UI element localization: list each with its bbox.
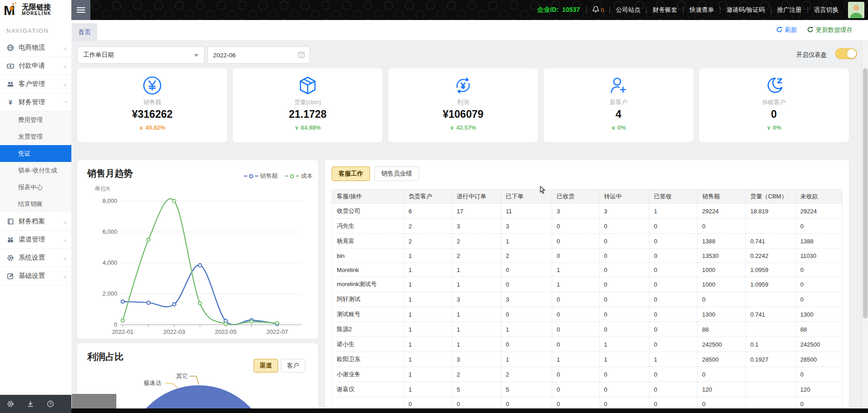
- sidebar-subitem-3-1[interactable]: 发票管理: [0, 128, 71, 145]
- footer-download-icon[interactable]: [26, 400, 35, 408]
- sidebar-item-label: 系统设置: [19, 253, 45, 262]
- profit-cycle-icon: [453, 75, 474, 97]
- enterprise-id: 企业ID: 10537: [538, 6, 580, 14]
- update-cache-button[interactable]: 更新数据缓存: [807, 26, 853, 34]
- sidebar-item-label: 财务档案: [19, 217, 45, 226]
- table-row-7: 测试账号11000013000.7411300: [332, 307, 843, 322]
- stat-title: 货量(cbm): [294, 98, 321, 106]
- footer-help-icon[interactable]: ?: [46, 400, 55, 408]
- col-header-1: 负责客户: [404, 190, 452, 204]
- stat-card-4: 休眠客户0∨0%: [699, 68, 849, 142]
- users-icon: [6, 80, 14, 88]
- sidebar: NAVIGATION 电商物流‹付款申请‹客户管理‹¥财务管理‹费用管理发票管理…: [0, 20, 71, 395]
- svg-text:2022-01: 2022-01: [112, 328, 134, 335]
- month-picker-input[interactable]: 2022-06 15: [207, 46, 310, 64]
- sidebar-footer: ?: [0, 395, 71, 413]
- top-menu-item-3[interactable]: 邀请码/验证码: [720, 6, 771, 14]
- table-row-5: morelink测试号11010010001.09590: [332, 277, 843, 292]
- svg-text:?: ?: [49, 402, 52, 406]
- stat-change: ∨0%: [767, 124, 782, 131]
- sidebar-collapse-button[interactable]: [71, 0, 90, 20]
- sidebar-item-5[interactable]: 渠道管理‹: [0, 231, 71, 249]
- scrollbar-thumb[interactable]: [863, 68, 868, 318]
- dashboard-toggle[interactable]: [835, 48, 857, 59]
- table-row-2: 杨竟富22100013880.7411388: [332, 234, 843, 249]
- customer-service-table: 客服/操作负责客户进行中订单已下单已收货转运中已签收销售额货量（CBM）未收款 …: [332, 189, 843, 411]
- vertical-scrollbar: [862, 41, 868, 413]
- sidebar-submenu: 费用管理发票管理凭证锁单-收付生成报表中心结算销账: [0, 111, 71, 212]
- binoculars-icon: [6, 236, 14, 243]
- footer-gear-icon[interactable]: [6, 400, 15, 408]
- table-row-1: 冯先生23300000: [332, 219, 843, 234]
- top-menu-item-5[interactable]: 语言切换: [808, 6, 844, 14]
- col-header-8: 货量（CBM）: [746, 190, 796, 204]
- stat-title: 新客户: [610, 98, 628, 106]
- sidebar-item-2[interactable]: 客户管理‹: [0, 75, 71, 93]
- chevron-left-icon: ‹: [64, 218, 66, 225]
- svg-text:8,000: 8,000: [102, 197, 117, 204]
- top-menu-item-4[interactable]: 推广注册: [771, 6, 808, 14]
- table-tab-1[interactable]: 销售员业绩: [374, 166, 419, 181]
- sidebar-item-1[interactable]: 付款申请‹: [0, 57, 71, 75]
- add-user-icon: [608, 75, 629, 97]
- stat-title: 休眠客户: [762, 98, 786, 106]
- stat-title: 利润: [457, 98, 469, 106]
- table-row-9: 诺小生1100102425000.1242500: [332, 337, 843, 352]
- gear-icon: [6, 254, 14, 262]
- arrow-up-icon: ∧: [139, 125, 144, 131]
- sidebar-item-4[interactable]: 财务档案‹: [0, 212, 71, 231]
- sidebar-subitem-3-5[interactable]: 结算销账: [0, 196, 71, 212]
- sidebar-item-7[interactable]: 基础设置‹: [0, 267, 71, 285]
- chevron-left-icon: ‹: [64, 44, 66, 51]
- date-type-select[interactable]: 工作单日期: [77, 46, 205, 64]
- morelink-logo-icon: M: [4, 2, 19, 18]
- sidebar-item-3[interactable]: ¥财务管理‹: [0, 93, 71, 111]
- stat-title: 销售额: [144, 98, 161, 106]
- stat-card-3: 新客户4∨0%: [544, 68, 693, 142]
- svg-text:2022-05: 2022-05: [215, 328, 237, 335]
- arrow-down-icon: ∨: [294, 125, 299, 131]
- table-tab-0[interactable]: 客服工作: [332, 166, 370, 181]
- svg-text:0: 0: [114, 321, 117, 328]
- top-menu-item-0[interactable]: 公司站点: [610, 6, 646, 14]
- stat-change: ∨84.98%: [294, 124, 321, 131]
- tab-home[interactable]: 首页: [72, 23, 97, 41]
- sidebar-subitem-3-4[interactable]: 报表中心: [0, 179, 71, 196]
- col-header-0: 客服/操作: [332, 190, 404, 204]
- stat-value: 0: [771, 108, 777, 121]
- arrow-down-icon: ∨: [767, 125, 771, 131]
- sidebar-subitem-3-0[interactable]: 费用管理: [0, 111, 71, 128]
- top-menu-item-1[interactable]: 财务账套: [647, 6, 683, 14]
- nav-section-label: NAVIGATION: [0, 20, 71, 39]
- dashboard-page: M 无限链接 MORELINK 企业ID: 10537 0 公司站点财务账套快速…: [0, 0, 868, 413]
- bottom-bar: [71, 408, 868, 413]
- user-avatar[interactable]: [848, 2, 864, 18]
- arrow-down-icon: ∨: [611, 125, 616, 131]
- chevron-left-icon: ‹: [64, 236, 66, 243]
- logo-title: 无限链接: [22, 4, 51, 11]
- refresh-cache-icon: [807, 26, 813, 34]
- col-header-5: 转运中: [599, 190, 649, 204]
- stat-card-1: 货量(cbm)21.1728∨84.98%: [233, 68, 383, 142]
- globe-icon: [6, 44, 14, 51]
- top-menu-item-2[interactable]: 快速查单: [683, 6, 720, 14]
- logo-subtitle: MORELINK: [22, 11, 51, 16]
- sidebar-item-0[interactable]: 电商物流‹: [0, 39, 71, 57]
- sidebar-item-6[interactable]: 系统设置‹: [0, 249, 71, 267]
- sidebar-subitem-3-3[interactable]: 锁单-收付生成: [0, 162, 71, 179]
- svg-text:2,000: 2,000: [102, 290, 117, 297]
- header-bar: 企业ID: 10537 0 公司站点财务账套快速查单邀请码/验证码推广注册语言切…: [90, 0, 868, 20]
- col-header-2: 进行中订单: [452, 190, 501, 204]
- mouse-cursor-icon: [539, 186, 548, 196]
- col-header-6: 已签收: [649, 190, 698, 204]
- table-row-3: bin122000135300.224211030: [332, 249, 843, 263]
- stat-change: ∨0%: [611, 124, 626, 131]
- sidebar-subitem-3-2[interactable]: 凭证: [0, 145, 71, 162]
- app-logo[interactable]: M 无限链接 MORELINK: [0, 0, 71, 20]
- yen-circle-icon: [142, 75, 163, 97]
- sidebar-item-label: 基础设置: [19, 272, 45, 280]
- table-row-6: 阿轩测试13300000: [332, 292, 843, 307]
- notification-bell[interactable]: 0: [587, 5, 609, 15]
- refresh-button[interactable]: 刷新: [776, 26, 797, 34]
- stat-value: ¥106079: [443, 108, 484, 121]
